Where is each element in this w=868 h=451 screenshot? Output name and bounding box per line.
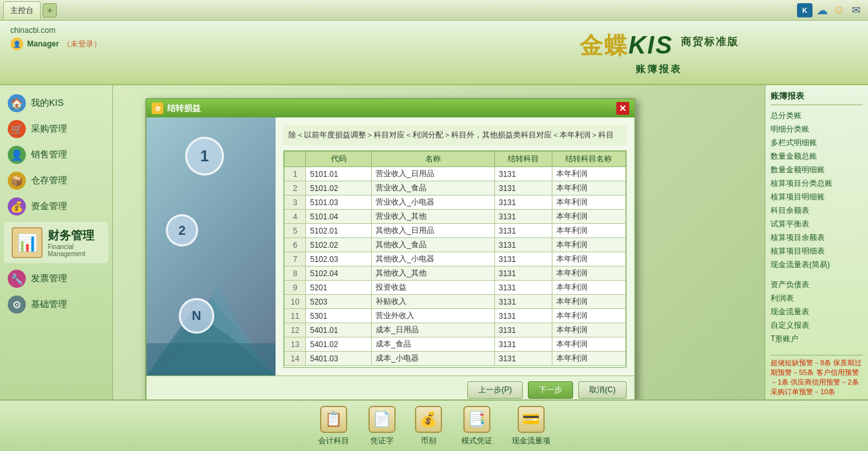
- accounting-icon: 📊: [12, 227, 43, 258]
- table-cell: 5101.01: [306, 167, 372, 181]
- sidebar-item-warehouse[interactable]: 📦 仓存管理: [0, 168, 112, 194]
- right-link-balance[interactable]: 资产负债表: [771, 278, 863, 292]
- top-bar: 主控台 + K ☁ ☺ ✉: [0, 0, 868, 21]
- cloud-icon[interactable]: ☁: [815, 3, 829, 17]
- right-link-custom[interactable]: 自定义报表: [771, 319, 863, 332]
- voucher-icon: 📄: [368, 406, 396, 433]
- table-cell: 8: [285, 266, 306, 281]
- bottom-item-cashflow-item[interactable]: 💳 现金流量项: [512, 406, 550, 446]
- table-row[interactable]: 15101.01营业收入_日用品3131本年利润: [285, 167, 626, 181]
- dialog-close-button[interactable]: ✕: [616, 102, 629, 115]
- table-row[interactable]: 35101.03营业收入_小电器3131本年利润: [285, 195, 626, 210]
- transfer-table: 代码 名称 结转科目 结转科目名称 15101.01营业收入_日用品3131本年…: [284, 151, 626, 366]
- table-cell: 5101.03: [306, 195, 372, 210]
- accounting-sub: FinancialManagement: [48, 243, 94, 257]
- table-cell: 3131: [494, 181, 552, 195]
- table-row[interactable]: 125401.01成本_日用品3131本年利润: [285, 323, 626, 337]
- sidebar-item-accounting[interactable]: 📊 财务管理 FinancialManagement: [4, 222, 108, 263]
- right-link-t-account[interactable]: T形账户: [771, 332, 863, 346]
- back-button[interactable]: 上一步(P): [467, 381, 523, 399]
- table-cell: 6: [285, 238, 306, 252]
- table-cell: 3131: [494, 224, 552, 238]
- warning-0[interactable]: 超储短缺预警－8条: [771, 357, 831, 368]
- sidebar-item-invoice[interactable]: 🔧 发票管理: [0, 266, 112, 292]
- right-divider-2: [771, 346, 863, 352]
- table-cell: 12: [285, 323, 306, 337]
- right-link-0[interactable]: 总分类账: [771, 109, 863, 123]
- right-link-7[interactable]: 科目余额表: [771, 204, 863, 217]
- right-link-5[interactable]: 核算项目分类总账: [771, 177, 863, 190]
- right-link-4[interactable]: 数量金额明细账: [771, 163, 863, 177]
- table-cell: 营业收入_日用品: [372, 167, 495, 181]
- sidebar-item-my-kis[interactable]: 🏠 我的KIS: [0, 90, 112, 116]
- right-link-8[interactable]: 试算平衡表: [771, 217, 863, 231]
- table-row[interactable]: 105203补贴收入3131本年利润: [285, 295, 626, 309]
- table-row[interactable]: 45101.04营业收入_其他3131本年利润: [285, 210, 626, 224]
- right-link-1[interactable]: 明细分类账: [771, 123, 863, 136]
- cashflow-item-icon: 💳: [518, 406, 545, 433]
- table-cell: 其他收入_日用品: [372, 224, 495, 238]
- sidebar-item-finance-mgr[interactable]: 💰 资金管理: [0, 194, 112, 219]
- sidebar-item-sales[interactable]: 👤 销售管理: [0, 142, 112, 168]
- table-cell: 3131: [494, 337, 552, 352]
- table-cell: 3131: [494, 252, 552, 266]
- table-cell: 本年利润: [552, 309, 625, 323]
- table-cell: 14: [285, 352, 306, 366]
- table-cell: 3: [285, 195, 306, 210]
- table-row[interactable]: 25101.02营业收入_食品3131本年利润: [285, 181, 626, 195]
- main-layout: 🏠 我的KIS 🛒 采购管理 👤 销售管理 📦 仓存管理 💰 资金管理 📊 财务…: [0, 85, 868, 399]
- table-row[interactable]: 65102.02其他收入_食品3131本年利润: [285, 238, 626, 252]
- bottom-item-form-voucher[interactable]: 📑 模式凭证: [461, 406, 492, 446]
- my-kis-icon: 🏠: [8, 94, 26, 112]
- message-icon[interactable]: ✉: [849, 3, 863, 17]
- table-row[interactable]: 145401.03成本_小电器3131本年利润: [285, 352, 626, 366]
- table-cell: 成本_日用品: [372, 323, 495, 337]
- smiley-icon[interactable]: ☺: [832, 3, 846, 17]
- right-link-2[interactable]: 多栏式明细账: [771, 136, 863, 150]
- dialog-description: 除＜以前年度损益调整＞科目对应＜利润分配＞科目外，其他损益类科目对应＜本年利润＞…: [283, 125, 627, 145]
- main-tab-label: 主控台: [10, 5, 34, 16]
- sidebar-item-basic[interactable]: ⚙ 基础管理: [0, 292, 112, 317]
- warehouse-icon: 📦: [8, 172, 26, 190]
- table-row[interactable]: 75102.03其他收入_小电器3131本年利润: [285, 252, 626, 266]
- table-row[interactable]: 135401.02成本_食品3131本年利润: [285, 337, 626, 352]
- right-link-10[interactable]: 核算项目明细表: [771, 245, 863, 258]
- main-tab[interactable]: 主控台: [3, 1, 41, 19]
- table-cell: 其他收入_小电器: [372, 252, 495, 266]
- table-cell: 5: [285, 224, 306, 238]
- sidebar-item-purchase[interactable]: 🛒 采购管理: [0, 116, 112, 142]
- bottom-item-accounting-subject[interactable]: 📋 会计科目: [318, 406, 349, 446]
- user-info: 👤 Manager （未登录）: [10, 37, 101, 50]
- accounting-label: 财务管理: [48, 228, 94, 243]
- bottom-item-voucher[interactable]: 📄 凭证字: [368, 406, 396, 446]
- table-cell: 7: [285, 252, 306, 266]
- right-link-11[interactable]: 现金流量表(简易): [771, 258, 863, 272]
- table-cell: 5101.04: [306, 210, 372, 224]
- table-row[interactable]: 55102.01其他收入_日用品3131本年利润: [285, 224, 626, 238]
- table-row[interactable]: 115301营业外收入3131本年利润: [285, 309, 626, 323]
- right-link-cashflow[interactable]: 现金流量表: [771, 305, 863, 319]
- cancel-button[interactable]: 取消(C): [578, 381, 627, 399]
- right-link-profit[interactable]: 利润表: [771, 292, 863, 305]
- header-logo: 金蝶KIS 商贸标准版 账簿报表: [580, 30, 739, 75]
- kingdee-icon[interactable]: K: [797, 3, 812, 17]
- table-cell: 5203: [306, 295, 372, 309]
- next-button[interactable]: 下一步: [528, 381, 573, 399]
- right-link-9[interactable]: 核算项目余额表: [771, 231, 863, 245]
- sidebar-label-finance-mgr: 资金管理: [31, 201, 67, 212]
- right-link-6[interactable]: 核算项目明细账: [771, 190, 863, 204]
- add-tab-button[interactable]: +: [43, 3, 57, 17]
- table-cell: 2: [285, 181, 306, 195]
- table-wrapper[interactable]: 代码 名称 结转科目 结转科目名称 15101.01营业收入_日用品3131本年…: [283, 150, 627, 368]
- warning-3[interactable]: 供应商信用预警－2条: [791, 377, 858, 387]
- table-row[interactable]: 85102.04其他收入_其他3131本年利润: [285, 266, 626, 281]
- right-link-3[interactable]: 数量金额总账: [771, 150, 863, 163]
- bottom-item-currency[interactable]: 💰 币别: [415, 406, 442, 446]
- sidebar-label-purchase: 采购管理: [31, 123, 67, 135]
- table-cell: 5301: [306, 309, 372, 323]
- sidebar-label-basic: 基础管理: [31, 299, 67, 310]
- invoice-icon: 🔧: [8, 270, 26, 288]
- sidebar-label-sales: 销售管理: [31, 149, 67, 161]
- table-row[interactable]: 95201投资收益3131本年利润: [285, 281, 626, 295]
- warning-4[interactable]: 采购订单预警－10条: [771, 386, 835, 397]
